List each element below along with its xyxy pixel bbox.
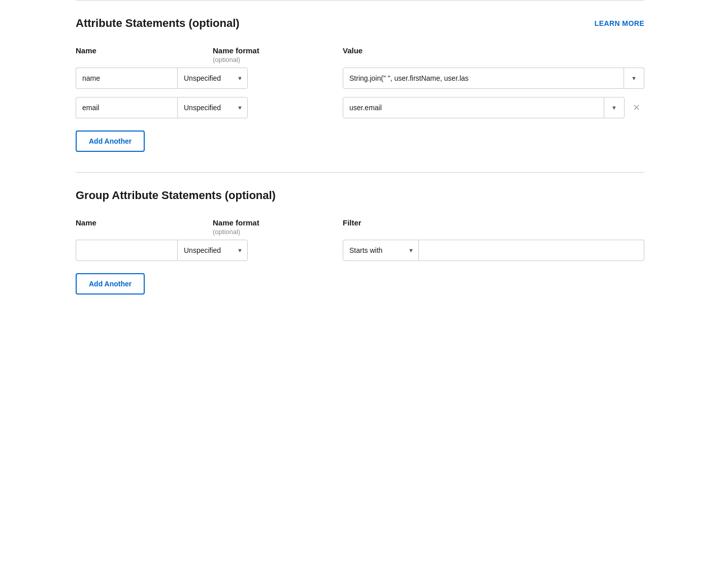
attr-row-1: Unspecified URI Reference Basic ▼ ▼ [76,68,644,89]
group-columns-header: Name Name format (optional) Filter [76,218,644,236]
group-row1-filter-select-wrapper: Starts with Equals Contains Regex ▼ [343,240,419,261]
group-col-format: Name format (optional) [213,218,335,236]
attr-row1-value-dropdown[interactable]: ▼ [624,68,644,89]
attribute-statements-header: Attribute Statements (optional) LEARN MO… [76,17,644,30]
attribute-statements-section: Attribute Statements (optional) LEARN MO… [76,17,644,172]
attr-row2-value-input[interactable] [343,97,604,118]
attr-row2-name-input[interactable] [76,97,177,118]
attr-row1-value-arrow: ▼ [631,75,637,81]
attr-col-value: Value [335,46,644,63]
group-col-name: Name [76,218,213,236]
group-row-1: Unspecified URI Reference Basic ▼ Starts… [76,240,644,261]
group-col-format-sub: (optional) [213,228,335,236]
group-row1-filter-value-input[interactable] [419,240,644,261]
mid-divider [76,172,644,173]
attr-add-another-button[interactable]: Add Another [76,130,145,152]
group-row1-name-group: Unspecified URI Reference Basic ▼ [76,240,213,261]
attr-row2-value-arrow: ▼ [611,105,617,111]
attr-row2-delete-icon: ✕ [633,102,640,113]
attr-row1-value-input[interactable] [343,68,624,89]
attr-col-format: Name format (optional) [213,46,335,63]
attr-row1-format-select[interactable]: Unspecified URI Reference Basic [177,68,248,89]
group-row1-format-select[interactable]: Unspecified URI Reference Basic [177,240,248,261]
top-divider [76,0,644,1]
attr-row2-delete-button[interactable]: ✕ [629,102,644,113]
attr-row2-format-select[interactable]: Unspecified URI Reference Basic [177,97,248,118]
group-statements-title: Group Attribute Statements (optional) [76,189,276,202]
attr-row-2: Unspecified URI Reference Basic ▼ ▼ ✕ [76,97,644,118]
group-row1-filter-type-select[interactable]: Starts with Equals Contains Regex [343,240,419,261]
attr-col-name: Name [76,46,213,63]
group-statements-header: Group Attribute Statements (optional) [76,189,644,202]
group-col-filter: Filter [335,218,644,236]
group-attribute-statements-section: Group Attribute Statements (optional) Na… [76,189,644,315]
attr-row1-name-group: Unspecified URI Reference Basic ▼ [76,68,213,89]
learn-more-link[interactable]: LEARN MORE [595,19,644,27]
attr-row1-name-input[interactable] [76,68,177,89]
group-row1-name-input[interactable] [76,240,177,261]
group-add-another-button[interactable]: Add Another [76,273,145,295]
attr-row2-name-group: Unspecified URI Reference Basic ▼ [76,97,213,118]
group-row1-filter-wrapper: Starts with Equals Contains Regex ▼ [343,240,644,261]
attribute-statements-title: Attribute Statements (optional) [76,17,240,30]
attr-col-format-sub: (optional) [213,56,335,63]
attr-row2-value-dropdown[interactable]: ▼ [604,97,625,118]
attr-columns-header: Name Name format (optional) Value [76,46,644,63]
attr-row1-value-wrapper: ▼ [343,68,644,89]
attr-row2-value-wrapper: ▼ [343,97,625,118]
